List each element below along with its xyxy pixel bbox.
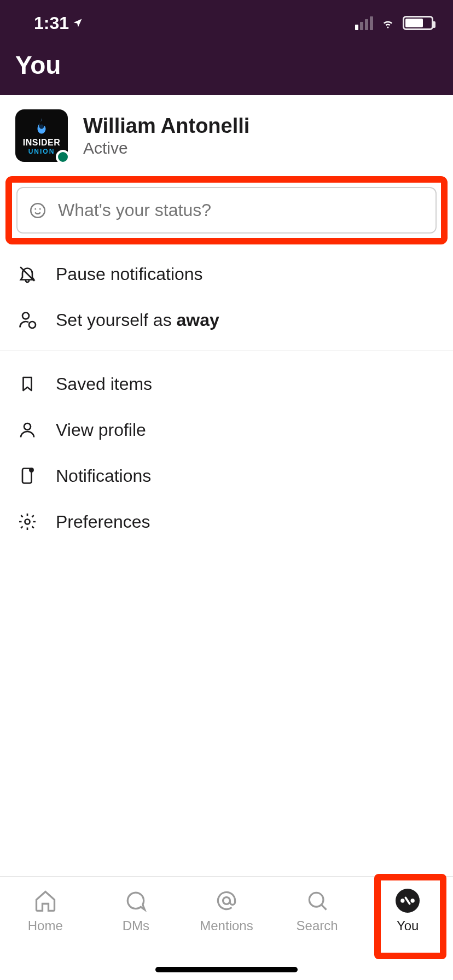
presence-indicator xyxy=(56,150,70,164)
tab-bar: Home DMs Mentions Search You xyxy=(0,876,453,980)
profile-presence: Active xyxy=(83,139,249,158)
smiley-icon xyxy=(28,201,47,220)
tab-you[interactable]: You xyxy=(369,888,446,934)
svg-point-4 xyxy=(22,313,29,319)
menu-label: Pause notifications xyxy=(56,264,203,284)
profile-name: William Antonelli xyxy=(83,114,249,138)
avatar-wrap: INSIDER UNION xyxy=(15,109,68,162)
status-input[interactable] xyxy=(58,200,425,220)
svg-point-5 xyxy=(29,322,36,328)
chat-icon xyxy=(123,888,149,914)
wifi-icon xyxy=(380,16,396,30)
menu-set-away[interactable]: Set yourself as away xyxy=(0,297,453,343)
home-icon xyxy=(32,888,59,914)
tab-dms[interactable]: DMs xyxy=(97,888,174,934)
header: You xyxy=(0,46,453,95)
avatar-text-1: INSIDER xyxy=(23,138,60,147)
gear-icon xyxy=(16,511,38,533)
phone-notify-icon xyxy=(16,465,38,487)
menu-label: Notifications xyxy=(56,466,151,486)
search-icon xyxy=(304,888,330,914)
bell-off-icon xyxy=(16,263,38,285)
svg-point-11 xyxy=(309,892,323,907)
profile-meta: William Antonelli Active xyxy=(83,114,249,158)
cellular-icon xyxy=(355,16,373,30)
menu-notifications[interactable]: Notifications xyxy=(0,453,453,499)
svg-point-12 xyxy=(400,899,404,902)
menu-label: Saved items xyxy=(56,374,152,394)
svg-point-10 xyxy=(223,897,230,905)
page-title: You xyxy=(15,50,438,80)
svg-point-6 xyxy=(24,423,31,430)
tab-label: Home xyxy=(28,918,63,934)
menu-section-2: Saved items View profile Notifications P… xyxy=(0,361,453,545)
tab-mentions[interactable]: Mentions xyxy=(188,888,265,934)
home-indicator xyxy=(155,967,298,972)
menu-pause-notifications[interactable]: Pause notifications xyxy=(0,251,453,297)
set-away-bold: away xyxy=(177,310,219,330)
svg-point-0 xyxy=(39,124,43,128)
menu-view-profile[interactable]: View profile xyxy=(0,407,453,453)
svg-point-13 xyxy=(411,899,415,902)
divider xyxy=(0,351,453,351)
person-icon xyxy=(16,419,38,441)
svg-point-8 xyxy=(29,468,34,472)
tab-search[interactable]: Search xyxy=(279,888,356,934)
status-bar: 1:31 xyxy=(0,0,453,46)
tab-label: Mentions xyxy=(200,918,253,934)
battery-icon xyxy=(403,16,433,30)
menu-label: Set yourself as away xyxy=(56,310,219,330)
svg-point-1 xyxy=(31,203,45,218)
at-icon xyxy=(213,888,240,914)
time-text: 1:31 xyxy=(34,13,69,33)
status-right xyxy=(355,16,433,30)
tab-label: You xyxy=(397,918,419,934)
person-away-icon xyxy=(16,309,38,331)
you-icon xyxy=(394,888,421,914)
svg-point-2 xyxy=(34,208,36,209)
set-away-prefix: Set yourself as xyxy=(56,310,177,330)
status-time: 1:31 xyxy=(34,13,83,33)
svg-point-9 xyxy=(25,520,30,524)
status-input-row[interactable] xyxy=(16,187,437,234)
flame-icon xyxy=(32,116,51,136)
tab-home[interactable]: Home xyxy=(7,888,84,934)
menu-label: Preferences xyxy=(56,512,150,532)
tab-label: DMs xyxy=(123,918,149,934)
menu-preferences[interactable]: Preferences xyxy=(0,499,453,545)
status-input-highlight xyxy=(5,176,448,244)
bookmark-icon xyxy=(16,373,38,395)
menu-label: View profile xyxy=(56,420,146,440)
tab-label: Search xyxy=(297,918,338,934)
menu-saved-items[interactable]: Saved items xyxy=(0,361,453,407)
avatar-text-2: UNION xyxy=(28,148,55,155)
location-icon xyxy=(72,18,83,28)
menu-section-1: Pause notifications Set yourself as away xyxy=(0,251,453,343)
svg-point-3 xyxy=(39,208,41,209)
profile-row[interactable]: INSIDER UNION William Antonelli Active xyxy=(0,95,453,174)
